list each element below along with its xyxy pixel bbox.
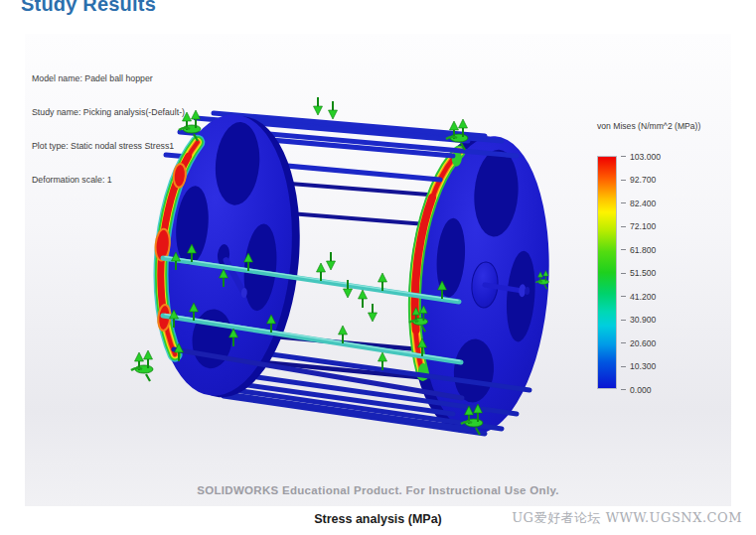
legend-tick-mark [621,156,626,157]
legend-tick-label: 41.200 [630,292,656,302]
legend-tick-labels: 103.000 92.700 82.400 72.100 61.800 51.5… [621,151,661,395]
legend-tick-label: 20.600 [630,338,656,348]
model-info: Model name: Padel ball hopper Study name… [32,51,185,209]
page-title: Study Results [21,0,156,16]
legend-tick-label: 10.300 [630,361,656,371]
load-arrow-down-icon [369,304,378,322]
load-arrow-down-icon [329,101,338,119]
fixture-icon [131,350,153,381]
deformation-scale-line: Deformation scale: 1 [32,175,185,186]
study-name-line: Study name: Picking analysis(-Default-) [32,107,185,118]
legend-tick-label: 30.900 [630,315,656,325]
legend-tick-mark [621,342,626,343]
solidworks-watermark: SOLIDWORKS Educational Product. For Inst… [25,484,731,496]
load-arrow-icon [317,263,326,281]
legend-tick-mark [621,366,626,367]
legend-tick-label: 103.000 [630,152,661,162]
stress-legend: von Mises (N/mm^2 (MPa)) 103.000 92.700 … [597,121,700,395]
load-arrow-down-icon [327,252,336,270]
legend-tick-mark [621,296,626,297]
legend-tick-label: 92.700 [630,175,656,185]
legend-colorbar [597,156,617,389]
legend-tick-mark [621,249,626,250]
legend-tick-mark [621,180,626,181]
legend-tick-mark [621,273,626,274]
legend-title: von Mises (N/mm^2 (MPa)) [597,121,700,131]
solidworks-viewport: Model name: Padel ball hopper Study name… [25,34,731,506]
legend-tick-mark [621,320,626,321]
legend-tick-mark [621,389,626,390]
legend-tick-label: 61.800 [630,245,656,255]
legend-tick-mark [621,202,626,203]
plot-type-line: Plot type: Static nodal stress Stress1 [32,141,185,152]
legend-tick-label: 0.000 [630,385,652,395]
load-arrow-icon [359,290,368,308]
load-arrow-down-icon [314,97,323,115]
forum-watermark: UG爱好者论坛 WWW.UGSNX.COM [512,509,742,527]
model-name-line: Model name: Padel ball hopper [32,73,185,84]
legend-tick-mark [621,226,626,227]
legend-tick-label: 51.500 [630,268,656,278]
legend-tick-label: 82.400 [630,199,656,208]
legend-tick-label: 72.100 [630,221,656,231]
